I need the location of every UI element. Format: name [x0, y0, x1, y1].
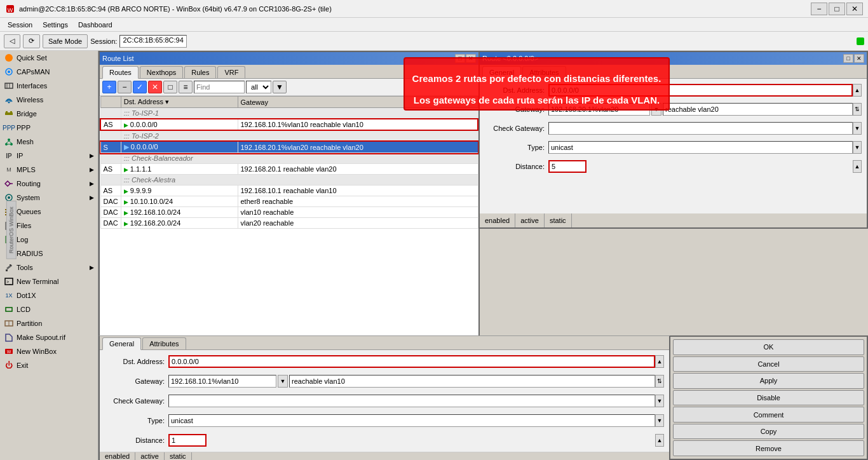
- menu-dashboard[interactable]: Dashboard: [73, 20, 118, 30]
- bottom-gateway-dropdown[interactable]: ▼: [278, 375, 288, 388]
- sidebar-item-lcd[interactable]: LCD: [0, 302, 98, 316]
- bottom-gateway-text[interactable]: [289, 375, 655, 388]
- sidebar-item-new-terminal[interactable]: >_ New Terminal: [0, 274, 98, 288]
- find-go-button[interactable]: ▼: [273, 81, 287, 93]
- group-row-alestra[interactable]: ::: Check-Alestra: [100, 175, 478, 186]
- distance-input-detail[interactable]: [548, 160, 587, 173]
- bottom-dst-scroll[interactable]: ▲: [655, 355, 664, 368]
- tab-vrf[interactable]: VRF: [217, 66, 245, 78]
- maximize-button[interactable]: □: [829, 3, 845, 15]
- sidebar-item-bridge[interactable]: Bridge: [0, 107, 98, 121]
- route-list-expand-btn[interactable]: □: [455, 54, 465, 63]
- menu-settings[interactable]: Settings: [37, 20, 73, 30]
- table-row[interactable]: AS ▶ 1.1.1.1 192.168.20.1 reachable vlan…: [100, 164, 478, 175]
- sidebar-item-partition[interactable]: Partition: [0, 316, 98, 330]
- dst-scroll-up[interactable]: ▲: [853, 84, 862, 97]
- route-detail-expand-btn[interactable]: □: [843, 54, 853, 63]
- bottom-gateway-value[interactable]: [168, 375, 276, 388]
- remove-route-button[interactable]: −: [118, 81, 132, 93]
- copy-button[interactable]: Copy: [673, 424, 864, 440]
- disable-button[interactable]: Disable: [673, 390, 864, 406]
- find-input[interactable]: [194, 81, 245, 93]
- disable-route-button[interactable]: ✕: [148, 81, 162, 93]
- check-gateway-input[interactable]: [548, 122, 853, 135]
- table-row-selected[interactable]: S ▶ 0.0.0.0/0 192.168.20.1%vlan20 reacha…: [100, 142, 478, 153]
- sidebar-item-new-winbox[interactable]: W New WinBox: [0, 344, 98, 358]
- table-row[interactable]: DAC ▶ 10.10.10.0/24 ether8 reachable: [100, 196, 478, 207]
- group-row-isp2[interactable]: ::: To-ISP-2: [100, 130, 478, 142]
- bridge-icon: [4, 109, 14, 119]
- copy-route-button[interactable]: □: [163, 81, 177, 93]
- close-button[interactable]: ✕: [846, 3, 863, 15]
- sidebar-item-quickset[interactable]: Quick Set: [0, 51, 98, 65]
- filter-route-button[interactable]: ≡: [179, 81, 193, 93]
- cancel-button[interactable]: Cancel: [673, 356, 864, 372]
- gateway-scroll[interactable]: ⇅: [853, 103, 862, 116]
- bottom-dst-input[interactable]: [168, 355, 655, 368]
- group-row-balanceador[interactable]: ::: Check-Balanceador: [100, 153, 478, 164]
- distance-scroll-up[interactable]: ▲: [853, 160, 862, 173]
- sidebar-item-ip[interactable]: IP IP: [0, 149, 98, 163]
- wireless-icon: [4, 95, 14, 105]
- sidebar-item-interfaces[interactable]: Interfaces: [0, 79, 98, 93]
- find-combo[interactable]: all: [246, 81, 271, 93]
- tab-general-bottom[interactable]: General: [102, 337, 141, 350]
- type-input[interactable]: [548, 141, 853, 154]
- sidebar-item-mesh[interactable]: Mesh: [0, 135, 98, 149]
- tab-rules[interactable]: Rules: [184, 66, 216, 78]
- dst-address-input[interactable]: [548, 84, 853, 97]
- route-toolbar: + − ✓ ✕ □ ≡ all ▼: [100, 79, 478, 96]
- apply-button[interactable]: Apply: [673, 373, 864, 389]
- tab-attributes-detail[interactable]: Attributes: [522, 66, 566, 78]
- enable-route-button[interactable]: ✓: [133, 81, 147, 93]
- route-detail-close-btn[interactable]: ✕: [854, 54, 864, 63]
- sidebar-item-ppp[interactable]: PPP PPP: [0, 121, 98, 135]
- add-route-button[interactable]: +: [102, 81, 116, 93]
- bottom-distance-input[interactable]: [168, 434, 207, 447]
- group-row-isp1[interactable]: ::: To-ISP-1: [100, 108, 478, 119]
- checkgw-scroll[interactable]: ▼: [853, 122, 862, 135]
- menu-session[interactable]: Session: [3, 20, 37, 30]
- svg-line-14: [6, 141, 9, 143]
- tab-attributes-bottom[interactable]: Attributes: [142, 337, 186, 349]
- table-row[interactable]: DAC ▶ 192.168.20.0/24 vlan20 reachable: [100, 218, 478, 229]
- table-row[interactable]: AS ▶ 9.9.9.9 192.168.10.1 reachable vlan…: [100, 186, 478, 196]
- sidebar-item-mpls[interactable]: M MPLS: [0, 163, 98, 177]
- tab-nexthops[interactable]: Nexthops: [140, 66, 183, 78]
- col-dst[interactable]: Dst. Address ▾: [121, 97, 238, 108]
- sidebar-item-wireless[interactable]: Wireless: [0, 93, 98, 107]
- svg-text:W: W: [8, 7, 13, 13]
- remove-button[interactable]: Remove: [673, 440, 864, 456]
- back-button[interactable]: ◁: [4, 34, 20, 48]
- bottom-distance-scroll-up[interactable]: ▲: [655, 434, 664, 447]
- ok-button[interactable]: OK: [673, 339, 864, 355]
- table-row[interactable]: DAC ▶ 192.168.10.0/24 vlan10 reachable: [100, 207, 478, 218]
- ppp-icon: PPP: [4, 123, 14, 133]
- tab-routes[interactable]: Routes: [102, 66, 139, 79]
- sidebar-item-make-supout[interactable]: Make Supout.rif: [0, 330, 98, 344]
- type-scroll[interactable]: ▼: [853, 141, 862, 154]
- route-list-close-btn[interactable]: ✕: [466, 54, 476, 63]
- safe-mode-button[interactable]: Safe Mode: [43, 34, 88, 48]
- sidebar-item-exit[interactable]: ⏻ Exit: [0, 358, 98, 372]
- gateway-dropdown-btn[interactable]: ▼: [651, 103, 661, 116]
- bottom-type-scroll[interactable]: ▼: [655, 414, 664, 427]
- tab-general-detail[interactable]: General: [482, 66, 521, 79]
- col-flags[interactable]: [100, 97, 121, 108]
- minimize-button[interactable]: −: [811, 3, 827, 15]
- gateway-value-input[interactable]: [548, 103, 650, 116]
- bottom-type-input[interactable]: [168, 414, 655, 427]
- comment-button[interactable]: Comment: [673, 407, 864, 423]
- bottom-gateway-scroll[interactable]: ⇅: [655, 375, 664, 388]
- table-row[interactable]: AS ▶ 0.0.0.0/0 192.168.10.1%vlan10 reach…: [100, 119, 478, 130]
- col-gateway[interactable]: Gateway: [238, 97, 478, 108]
- gateway-text-input[interactable]: [663, 103, 853, 116]
- bottom-checkgw-scroll[interactable]: ▼: [655, 395, 664, 407]
- sidebar-item-dot1x[interactable]: 1X Dot1X: [0, 288, 98, 302]
- status-enabled-detail: enabled: [480, 213, 515, 227]
- sidebar-item-tools[interactable]: Tools: [0, 260, 98, 274]
- sidebar-item-capsman[interactable]: CAPsMAN: [0, 65, 98, 79]
- refresh-button[interactable]: ⟳: [23, 34, 40, 48]
- sidebar-item-routing[interactable]: Routing: [0, 177, 98, 191]
- bottom-checkgw-input[interactable]: [168, 395, 655, 407]
